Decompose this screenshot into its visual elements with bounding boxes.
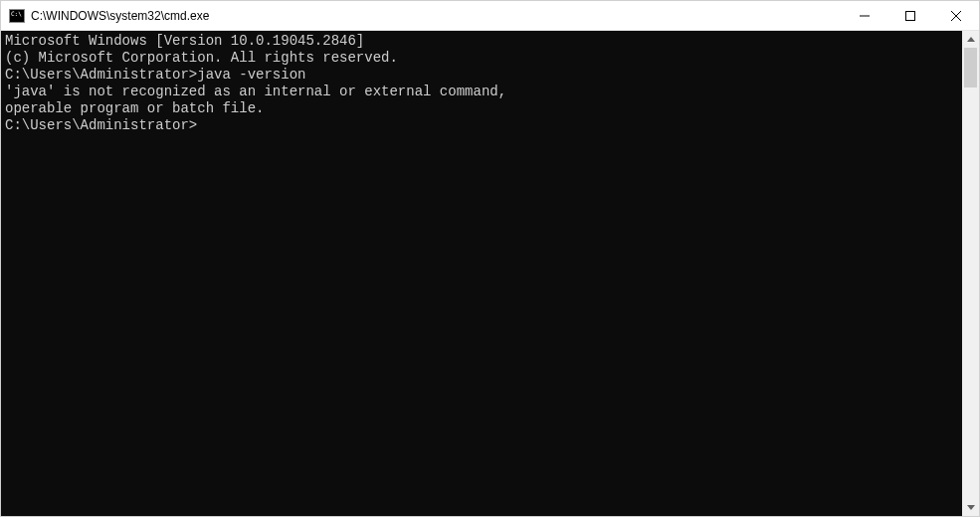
prompt-path: C:\Users\Administrator> <box>5 67 197 83</box>
chevron-down-icon <box>967 505 975 510</box>
maximize-icon <box>905 11 915 21</box>
console-line: Microsoft Windows [Version 10.0.19045.28… <box>5 33 958 50</box>
chevron-up-icon <box>967 37 975 42</box>
cmd-window: C:\WINDOWS\system32\cmd.exe Microsoft Wi… <box>0 0 980 517</box>
console-line: 'java' is not recognized as an internal … <box>5 84 958 100</box>
prompt-path: C:\Users\Administrator> <box>5 117 197 133</box>
scroll-down-button[interactable] <box>962 499 979 516</box>
maximize-button[interactable] <box>887 1 933 30</box>
svg-rect-1 <box>906 11 915 20</box>
minimize-button[interactable] <box>842 1 887 30</box>
console-container: Microsoft Windows [Version 10.0.19045.28… <box>1 31 979 516</box>
window-controls <box>842 1 979 30</box>
console-line: C:\Users\Administrator>java -version <box>5 67 958 84</box>
scroll-track[interactable] <box>962 48 979 499</box>
minimize-icon <box>860 11 870 21</box>
command-text: java -version <box>197 67 305 83</box>
scroll-up-button[interactable] <box>962 31 979 48</box>
close-icon <box>951 11 961 21</box>
scroll-thumb[interactable] <box>964 48 977 87</box>
cmd-app-icon <box>9 8 25 24</box>
console-line: (c) Microsoft Corporation. All rights re… <box>5 50 958 67</box>
close-button[interactable] <box>933 1 979 30</box>
console-output[interactable]: Microsoft Windows [Version 10.0.19045.28… <box>1 31 962 516</box>
titlebar[interactable]: C:\WINDOWS\system32\cmd.exe <box>1 1 979 31</box>
vertical-scrollbar[interactable] <box>962 31 979 516</box>
window-title: C:\WINDOWS\system32\cmd.exe <box>31 9 842 23</box>
console-line: operable program or batch file. <box>5 100 958 117</box>
console-line: C:\Users\Administrator> <box>5 117 958 134</box>
